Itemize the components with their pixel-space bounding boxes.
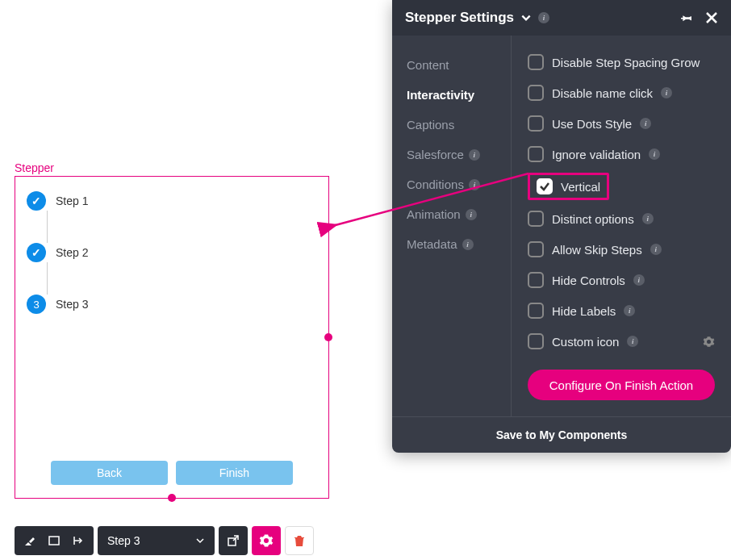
paint-icon[interactable] xyxy=(18,526,42,555)
sidebar-item-animation[interactable]: Animation i xyxy=(407,199,511,229)
info-icon: i xyxy=(469,179,480,190)
step-select-value: Step 3 xyxy=(107,534,140,547)
info-icon[interactable]: i xyxy=(627,336,638,347)
info-icon[interactable]: i xyxy=(650,244,662,255)
panel-header: Stepper Settings i xyxy=(392,0,731,36)
option-use-dots-style[interactable]: Use Dots Style i xyxy=(528,108,715,139)
checkbox[interactable] xyxy=(528,272,544,288)
info-icon[interactable]: i xyxy=(640,118,651,129)
close-icon[interactable] xyxy=(705,11,718,24)
option-label: Vertical xyxy=(561,180,600,194)
checkbox[interactable] xyxy=(528,303,544,319)
sidebar-item-label: Salesforce xyxy=(407,148,464,161)
svg-rect-0 xyxy=(49,537,59,545)
configure-finish-action-button[interactable]: Configure On Finish Action xyxy=(528,370,715,400)
checkbox[interactable] xyxy=(528,85,544,101)
step-circle-completed xyxy=(27,191,46,211)
option-label: Hide Labels xyxy=(552,304,616,318)
panel-sidebar: Content Interactivity Captions Salesforc… xyxy=(392,36,512,416)
option-label: Allow Skip Steps xyxy=(552,243,642,257)
delete-button[interactable] xyxy=(285,526,314,555)
save-to-my-components[interactable]: Save to My Components xyxy=(392,416,731,453)
sidebar-item-label: Content xyxy=(407,58,449,72)
back-button[interactable]: Back xyxy=(51,461,168,485)
option-label: Disable name click xyxy=(552,86,653,100)
sidebar-item-salesforce[interactable]: Salesforce i xyxy=(407,140,511,169)
info-icon[interactable]: i xyxy=(649,148,660,160)
info-icon: i xyxy=(466,209,477,220)
step-row[interactable]: Step 1 xyxy=(27,191,317,211)
stepper-component[interactable]: Step 1 Step 2 3 Step 3 Back Finish xyxy=(15,176,329,499)
option-disable-name-click[interactable]: Disable name click i xyxy=(528,77,715,108)
option-distinct-options[interactable]: Distinct options i xyxy=(528,203,715,234)
option-label: Distinct options xyxy=(552,212,634,226)
option-ignore-validation[interactable]: Ignore validation i xyxy=(528,139,715,169)
option-vertical[interactable]: Vertical xyxy=(528,169,715,203)
bottom-toolbar: Step 3 xyxy=(15,526,314,555)
resize-handle-right[interactable] xyxy=(324,333,332,341)
chevron-down-icon xyxy=(195,536,205,545)
info-icon[interactable]: i xyxy=(624,305,635,316)
option-label: Disable Step Spacing Grow xyxy=(552,56,700,69)
step-label: Step 2 xyxy=(56,246,88,259)
panel-title: Stepper Settings xyxy=(405,10,514,26)
sidebar-item-metadata[interactable]: Metadata i xyxy=(407,229,511,259)
info-icon[interactable]: i xyxy=(633,274,645,286)
container-icon[interactable] xyxy=(42,526,66,555)
sidebar-item-content[interactable]: Content xyxy=(407,50,511,80)
info-icon[interactable]: i xyxy=(538,12,549,23)
step-connector xyxy=(47,211,48,243)
option-label: Use Dots Style xyxy=(552,117,632,131)
step-select[interactable]: Step 3 xyxy=(98,526,215,555)
option-label: Custom icon xyxy=(552,335,619,349)
checkbox[interactable] xyxy=(537,178,553,194)
sidebar-item-label: Conditions xyxy=(407,178,464,191)
resize-handle-bottom[interactable] xyxy=(168,494,176,502)
checkbox[interactable] xyxy=(528,241,544,257)
sidebar-item-label: Animation xyxy=(407,207,461,221)
step-label: Step 1 xyxy=(56,194,88,207)
highlight-box: Vertical xyxy=(528,173,609,200)
sidebar-item-interactivity[interactable]: Interactivity xyxy=(407,80,511,110)
step-row[interactable]: 3 Step 3 xyxy=(27,295,317,314)
step-circle-current: 3 xyxy=(27,295,46,314)
checkbox[interactable] xyxy=(528,333,544,349)
panel-options: Disable Step Spacing Grow Disable name c… xyxy=(512,36,731,416)
popout-icon[interactable] xyxy=(219,526,248,555)
settings-gear-button[interactable] xyxy=(252,526,281,555)
checkbox[interactable] xyxy=(528,115,544,132)
stepper-title: Stepper xyxy=(15,161,54,174)
info-icon: i xyxy=(469,149,480,161)
option-label: Hide Controls xyxy=(552,274,625,287)
pin-icon[interactable] xyxy=(681,11,694,24)
checkbox[interactable] xyxy=(528,54,544,70)
option-custom-icon[interactable]: Custom icon i xyxy=(528,326,715,357)
settings-panel: Stepper Settings i Content Interactivity xyxy=(392,0,731,453)
chevron-down-icon[interactable] xyxy=(520,12,532,23)
step-row[interactable]: Step 2 xyxy=(27,243,317,262)
option-allow-skip-steps[interactable]: Allow Skip Steps i xyxy=(528,234,715,265)
info-icon[interactable]: i xyxy=(661,87,672,98)
option-label: Ignore validation xyxy=(552,148,641,161)
align-icon[interactable] xyxy=(66,526,90,555)
info-icon: i xyxy=(462,239,474,250)
sidebar-item-conditions[interactable]: Conditions i xyxy=(407,169,511,199)
checkbox[interactable] xyxy=(528,211,544,227)
gear-icon[interactable] xyxy=(703,336,715,348)
option-disable-step-spacing-grow[interactable]: Disable Step Spacing Grow xyxy=(528,47,715,77)
finish-button[interactable]: Finish xyxy=(176,461,293,485)
step-connector xyxy=(47,262,48,295)
sidebar-item-label: Interactivity xyxy=(407,88,474,102)
checkbox[interactable] xyxy=(528,146,544,162)
sidebar-item-label: Captions xyxy=(407,118,454,132)
option-hide-controls[interactable]: Hide Controls i xyxy=(528,265,715,295)
sidebar-item-captions[interactable]: Captions xyxy=(407,110,511,140)
step-circle-completed xyxy=(27,243,46,262)
option-hide-labels[interactable]: Hide Labels i xyxy=(528,295,715,326)
step-label: Step 3 xyxy=(56,298,88,311)
info-icon[interactable]: i xyxy=(642,213,654,224)
sidebar-item-label: Metadata xyxy=(407,237,457,251)
steps-container: Step 1 Step 2 3 Step 3 xyxy=(15,177,328,314)
